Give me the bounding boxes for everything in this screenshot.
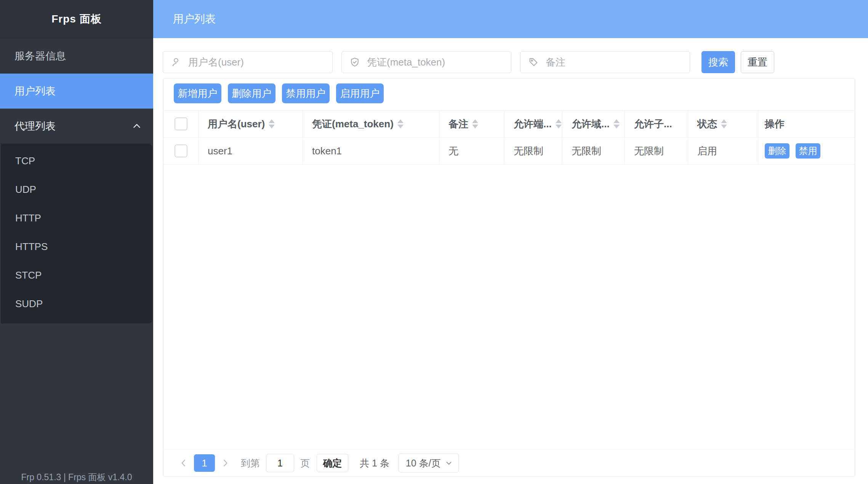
next-page-icon[interactable] xyxy=(220,458,230,468)
sort-caret-icon[interactable] xyxy=(269,119,275,128)
column-header-ports[interactable]: 允许端... xyxy=(504,111,562,137)
select-all-cell xyxy=(163,111,199,137)
search-button[interactable]: 搜索 xyxy=(701,51,735,73)
token-input[interactable] xyxy=(366,56,503,69)
username-input[interactable] xyxy=(187,56,325,69)
sidebar: Frps 面板 服务器信息 用户列表 代理列表 TCP UDP HTTP HTT… xyxy=(0,0,153,484)
enable-users-button[interactable]: 启用用户 xyxy=(336,83,384,103)
table-row: user1 token1 无 无限制 无限制 无限制 启用 删除 禁用 xyxy=(163,138,855,165)
cell-actions: 删除 禁用 xyxy=(758,138,855,164)
toolbar: 新增用户 删除用户 禁用用户 启用用户 xyxy=(174,83,390,103)
sidebar-item-tcp[interactable]: TCP xyxy=(1,147,152,175)
search-row: 搜索 重置 xyxy=(163,51,774,73)
remark-input[interactable] xyxy=(545,56,682,69)
sidebar-item-server-info[interactable]: 服务器信息 xyxy=(0,38,153,74)
proxy-submenu: TCP UDP HTTP HTTPS STCP SUDP xyxy=(1,144,152,324)
user-table: 用户名(user) 凭证(meta_token) 备注 允许端... 允许域..… xyxy=(163,110,855,165)
chevron-down-icon xyxy=(445,459,453,467)
main-content: 搜索 重置 新增用户 删除用户 禁用用户 启用用户 用户名(user) 凭证(m… xyxy=(153,38,868,484)
username-field[interactable] xyxy=(163,51,333,73)
column-header-remark[interactable]: 备注 xyxy=(439,111,504,137)
row-disable-button[interactable]: 禁用 xyxy=(796,143,820,159)
tag-icon xyxy=(528,57,539,67)
remark-field[interactable] xyxy=(520,51,690,73)
row-checkbox[interactable] xyxy=(175,144,187,157)
cell-user: user1 xyxy=(199,138,303,164)
table-header-row: 用户名(user) 凭证(meta_token) 备注 允许端... 允许域..… xyxy=(163,110,855,138)
column-header-status[interactable]: 状态 xyxy=(688,111,758,137)
goto-page-input[interactable] xyxy=(266,454,294,472)
sidebar-item-stcp[interactable]: STCP xyxy=(1,261,152,290)
sort-caret-icon[interactable] xyxy=(721,119,727,128)
row-select-cell xyxy=(163,138,199,164)
sidebar-item-udp[interactable]: UDP xyxy=(1,175,152,204)
cell-domains: 无限制 xyxy=(562,138,625,164)
sidebar-item-label: 代理列表 xyxy=(14,119,56,133)
sidebar-item-label: 用户列表 xyxy=(14,84,56,98)
page-header: 用户列表 xyxy=(153,0,868,38)
page-number-button[interactable]: 1 xyxy=(194,454,215,472)
sidebar-item-sudp[interactable]: SUDP xyxy=(1,290,152,318)
cell-subdomains: 无限制 xyxy=(625,138,688,164)
page-size-select[interactable]: 10 条/页 xyxy=(399,454,459,473)
column-header-subdomains[interactable]: 允许子... xyxy=(625,111,688,137)
select-all-checkbox[interactable] xyxy=(175,117,187,130)
sidebar-item-http[interactable]: HTTP xyxy=(1,204,152,232)
row-delete-button[interactable]: 删除 xyxy=(765,143,790,159)
cell-status: 启用 xyxy=(688,138,758,164)
sort-caret-icon[interactable] xyxy=(613,119,620,128)
sidebar-item-proxy-list[interactable]: 代理列表 xyxy=(0,109,153,144)
token-field[interactable] xyxy=(341,51,511,73)
goto-suffix-label: 页 xyxy=(300,457,310,470)
column-header-user[interactable]: 用户名(user) xyxy=(199,111,303,137)
reset-button[interactable]: 重置 xyxy=(741,51,774,73)
add-user-button[interactable]: 新增用户 xyxy=(174,83,221,103)
goto-confirm-button[interactable]: 确定 xyxy=(317,454,348,472)
delete-users-button[interactable]: 删除用户 xyxy=(228,83,275,103)
sort-caret-icon[interactable] xyxy=(472,119,478,128)
page-title: 用户列表 xyxy=(153,12,216,26)
user-icon xyxy=(171,57,181,67)
column-header-token[interactable]: 凭证(meta_token) xyxy=(303,111,439,137)
shield-check-icon xyxy=(349,57,360,67)
chevron-up-icon xyxy=(132,121,142,131)
total-count-label: 共 1 条 xyxy=(360,457,389,470)
app-title: Frps 面板 xyxy=(0,0,153,38)
sort-caret-icon[interactable] xyxy=(397,119,404,128)
sidebar-item-https[interactable]: HTTPS xyxy=(1,232,152,261)
prev-page-icon[interactable] xyxy=(179,458,189,468)
sidebar-item-label: 服务器信息 xyxy=(14,49,66,63)
disable-users-button[interactable]: 禁用用户 xyxy=(282,83,330,103)
column-header-actions: 操作 xyxy=(758,111,855,137)
pagination-bar: 1 到第 页 确定 共 1 条 10 条/页 xyxy=(163,449,855,476)
sort-caret-icon[interactable] xyxy=(556,119,562,128)
version-footer: Frp 0.51.3 | Frps 面板 v1.4.0 xyxy=(0,471,153,483)
sidebar-item-user-list[interactable]: 用户列表 xyxy=(0,74,153,109)
user-table-card: 新增用户 删除用户 禁用用户 启用用户 用户名(user) 凭证(meta_to… xyxy=(163,78,855,477)
goto-prefix-label: 到第 xyxy=(241,457,260,470)
cell-token: token1 xyxy=(303,138,439,164)
cell-ports: 无限制 xyxy=(504,138,562,164)
cell-remark: 无 xyxy=(439,138,504,164)
column-header-domains[interactable]: 允许域... xyxy=(562,111,625,137)
